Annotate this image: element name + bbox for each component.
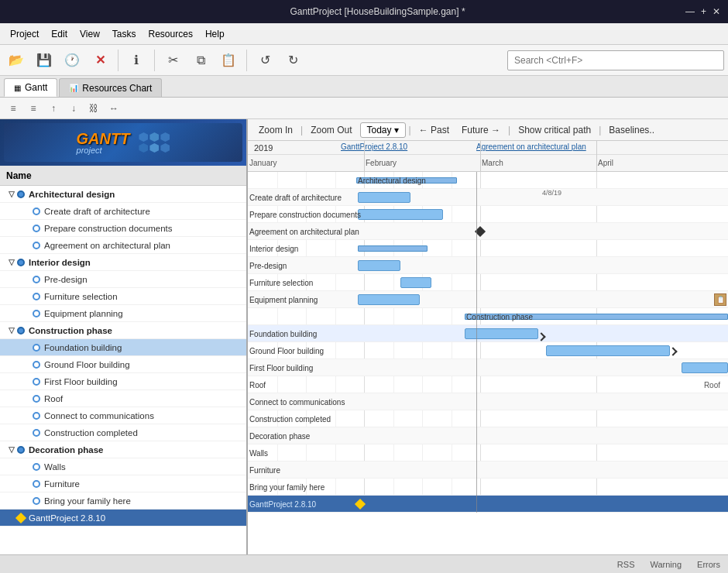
main-content: GANTT project Name xyxy=(0,119,728,554)
gantt-chart-area[interactable]: 2019 January February March April GanttP… xyxy=(248,141,728,554)
gantt-milestone-label-1[interactable]: GanttProject 2.8.10 xyxy=(341,142,407,151)
task-row[interactable]: Equipment planning xyxy=(0,305,246,322)
bar-label-milestone: GanttProject 2.8.10 xyxy=(249,499,316,508)
menu-resources[interactable]: Resources xyxy=(143,26,199,43)
menu-tasks[interactable]: Tasks xyxy=(106,26,143,43)
milestone-diamond-gantt[interactable] xyxy=(355,499,366,510)
errors-label[interactable]: Errors xyxy=(697,560,720,569)
task-label: Furniture selection xyxy=(44,292,118,301)
bar-label-agree: Agreement on architectural plan xyxy=(249,227,359,235)
delete-button[interactable]: ✕ xyxy=(88,48,112,73)
task-row[interactable]: GanttProject 2.8.10 xyxy=(0,510,246,527)
search-input[interactable] xyxy=(507,50,724,70)
task-row[interactable]: Connect to communications xyxy=(0,407,246,424)
task-row[interactable]: Furniture selection xyxy=(0,288,246,305)
bar-docs[interactable] xyxy=(358,209,443,220)
unlink-btn[interactable]: ↔ xyxy=(105,100,123,117)
history-button[interactable]: 🕐 xyxy=(60,48,84,73)
minimize-button[interactable]: — xyxy=(685,6,695,17)
task-row[interactable]: ▽ Architectural design xyxy=(0,186,246,203)
task-dot xyxy=(33,310,40,317)
bar-label-decoration: Decoration phase xyxy=(249,431,310,440)
gantt-row-connect: Connect to communications xyxy=(248,393,728,410)
task-row[interactable]: Bring your family here xyxy=(0,492,246,510)
task-label: Construction phase xyxy=(29,326,112,335)
critical-path-button[interactable]: Show critical path xyxy=(513,123,596,137)
task-row[interactable]: ▽ Decoration phase xyxy=(0,441,246,458)
expand-icon[interactable]: ▽ xyxy=(6,190,17,198)
task-row[interactable]: Furniture xyxy=(0,475,246,492)
window-controls[interactable]: — + ✕ xyxy=(685,6,720,17)
task-dot xyxy=(33,463,40,471)
task-row[interactable]: Ground Floor building xyxy=(0,356,246,373)
menu-view[interactable]: View xyxy=(74,26,106,43)
bar-draft[interactable] xyxy=(358,192,410,203)
gantt-row-milestone: GanttProject 2.8.10 xyxy=(248,496,728,513)
indent-btn[interactable]: ≡ xyxy=(4,100,22,117)
task-dot xyxy=(33,497,40,505)
status-bar: RSS Warning Errors xyxy=(0,554,728,573)
save-button[interactable]: 💾 xyxy=(32,48,57,73)
maximize-button[interactable]: + xyxy=(701,6,706,17)
past-button[interactable]: ← Past xyxy=(414,123,454,137)
tab-resources[interactable]: 📊 Resources Chart xyxy=(59,78,162,97)
menu-help[interactable]: Help xyxy=(199,26,231,43)
warning-label[interactable]: Warning xyxy=(650,560,682,569)
info-button[interactable]: ℹ xyxy=(124,48,149,73)
task-row[interactable]: Prepare construction documents xyxy=(0,220,246,237)
outdent-btn[interactable]: ≡ xyxy=(24,100,43,117)
task-row[interactable]: Pre-design xyxy=(0,271,246,288)
task-dot xyxy=(33,276,40,283)
baselines-button[interactable]: Baselines.. xyxy=(604,123,659,137)
task-row[interactable]: ▽ Construction phase xyxy=(0,322,246,339)
bar-label-done: Construction completed xyxy=(249,414,331,423)
paste-button[interactable]: 📋 xyxy=(216,48,241,73)
tab-gantt[interactable]: ▦ Gantt xyxy=(4,78,57,97)
task-row[interactable]: Construction completed xyxy=(0,424,246,441)
task-dot xyxy=(33,361,40,369)
redo-button[interactable]: ↻ xyxy=(280,48,305,73)
task-list-header: Name xyxy=(0,166,246,186)
task-row[interactable]: Agreement on architectural plan xyxy=(0,237,246,254)
menu-edit[interactable]: Edit xyxy=(45,26,74,43)
today-button[interactable]: Today ▾ xyxy=(360,122,406,138)
expand-icon[interactable]: ▽ xyxy=(6,258,17,266)
copy-button[interactable]: ⧉ xyxy=(188,48,213,73)
vgrid-apr xyxy=(596,141,597,171)
rss-label[interactable]: RSS xyxy=(617,560,635,569)
move-down-btn[interactable]: ↓ xyxy=(64,100,83,117)
bar-interior[interactable] xyxy=(358,245,428,252)
bar-first[interactable] xyxy=(682,362,728,373)
gantt-milestone-label-2[interactable]: Agreement on architectural plan xyxy=(476,142,586,151)
task-row[interactable]: First Floor building xyxy=(0,373,246,390)
bar-furniture[interactable] xyxy=(400,277,431,288)
gantt-row-furn2: Furniture xyxy=(248,461,728,479)
task-list[interactable]: ▽ Architectural design Create draft of a… xyxy=(0,186,246,554)
bar-predesign[interactable] xyxy=(358,260,400,271)
move-up-btn[interactable]: ↑ xyxy=(44,100,63,117)
task-row[interactable]: Roof xyxy=(0,390,246,407)
cut-button[interactable]: ✂ xyxy=(160,48,185,73)
zoom-in-button[interactable]: Zoom In xyxy=(254,123,297,137)
gantt-toolbar: Zoom In | Zoom Out Today ▾ | ← Past Futu… xyxy=(248,119,728,141)
task-row[interactable]: Create draft of architecture xyxy=(0,203,246,220)
task-row[interactable]: ▽ Interior design xyxy=(0,254,246,271)
undo-button[interactable]: ↺ xyxy=(252,48,277,73)
future-button[interactable]: Future → xyxy=(457,123,505,137)
open-button[interactable]: 📂 xyxy=(4,48,29,73)
window-title: GanttProject [HouseBuildingSample.gan] * xyxy=(70,6,685,17)
task-dot xyxy=(33,378,40,386)
task-row[interactable]: Walls xyxy=(0,458,246,475)
bar-equipment[interactable] xyxy=(358,294,420,305)
menu-project[interactable]: Project xyxy=(4,26,45,43)
zoom-out-button[interactable]: Zoom Out xyxy=(306,123,356,137)
tab-resources-label: Resources Chart xyxy=(82,83,152,94)
close-button[interactable]: ✕ xyxy=(713,6,720,17)
bar-ground[interactable] xyxy=(546,345,670,356)
expand-icon[interactable]: ▽ xyxy=(6,326,17,335)
month-april: April xyxy=(598,155,613,172)
expand-icon[interactable]: ▽ xyxy=(6,445,17,454)
link-btn[interactable]: ⛓ xyxy=(84,100,103,117)
task-row[interactable]: Foundation building xyxy=(0,339,246,356)
bar-label-furn2: Furniture xyxy=(249,465,280,474)
